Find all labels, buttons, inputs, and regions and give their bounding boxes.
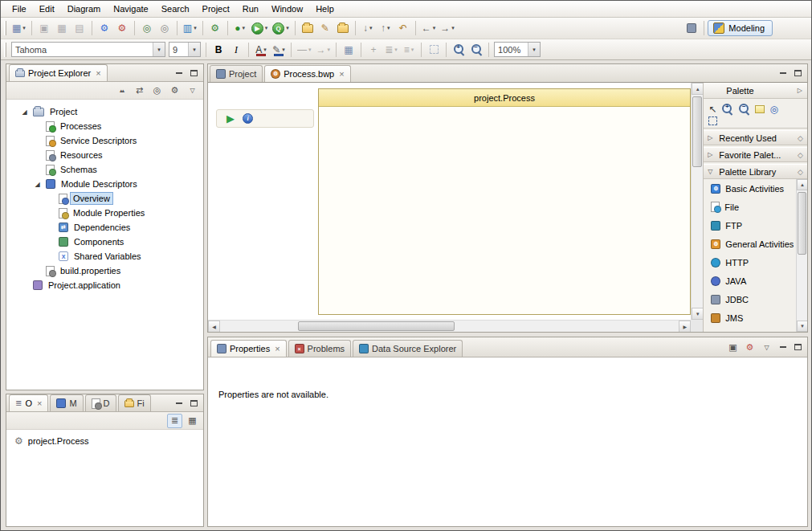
tab-fi[interactable]: Fi <box>118 394 151 411</box>
collapse-palette-icon[interactable]: ▷ <box>798 87 802 94</box>
outline-overview-icon[interactable]: ▦ <box>185 414 200 428</box>
vertical-scrollbar-thumb[interactable] <box>692 96 702 167</box>
maximize-button[interactable] <box>187 67 201 80</box>
palette-section-recently-used[interactable]: ▷ Recently Used ◇ <box>704 130 807 145</box>
scroll-up-icon[interactable]: ▲ <box>692 83 704 95</box>
tree-item-processes[interactable]: Processes <box>6 119 203 133</box>
minimize-button[interactable] <box>776 67 790 80</box>
dropdown-icon[interactable]: ▾ <box>263 47 267 53</box>
palette-item-jms[interactable]: JMS <box>704 308 807 327</box>
scroll-left-icon[interactable]: ◀ <box>208 321 220 332</box>
palette-item-ftp[interactable]: FTP <box>704 216 807 235</box>
tab-outline[interactable]: ≣ O × <box>9 394 48 411</box>
palette-zoom-in-icon[interactable]: + <box>721 103 733 115</box>
palette-item-jdbc[interactable]: JDBC <box>704 290 807 308</box>
menu-edit[interactable]: Edit <box>33 1 61 17</box>
scroll-right-icon[interactable]: ▶ <box>679 321 691 332</box>
tree-item-dependencies[interactable]: ⇄ Dependencies <box>6 220 203 235</box>
view-menu-icon[interactable]: ▽ <box>759 340 774 354</box>
minimize-button[interactable] <box>172 397 186 410</box>
zoom-in-button[interactable]: + <box>450 41 467 59</box>
tree-item-overview[interactable]: Overview <box>6 191 203 206</box>
dropdown-icon[interactable]: ▾ <box>387 25 390 31</box>
outline-tree-icon[interactable]: ≣ <box>167 414 182 428</box>
collapse-all-icon[interactable]: ▴▴ <box>114 84 129 98</box>
combo-dropdown-icon[interactable]: ▾ <box>528 43 540 56</box>
zoom-out-button[interactable]: − <box>467 41 485 59</box>
tree-item-resources[interactable]: Resources <box>6 148 203 162</box>
zoom-combo[interactable]: 100% ▾ <box>494 42 541 57</box>
view-menu-icon[interactable]: ▽ <box>185 84 200 98</box>
dropdown-icon[interactable]: ▾ <box>328 47 331 53</box>
event-palette-box[interactable]: ▶ i <box>216 109 314 128</box>
open-perspective-button[interactable] <box>683 19 700 37</box>
debug-config-button[interactable]: ◎ <box>138 19 156 37</box>
info-icon[interactable]: i <box>243 113 253 124</box>
palette-item-basic-activities[interactable]: ⚙ Basic Activities <box>704 179 807 198</box>
print-button[interactable]: ▤ <box>71 19 88 37</box>
menu-navigate[interactable]: Navigate <box>107 1 154 17</box>
dropdown-icon[interactable]: ▾ <box>369 25 373 31</box>
new-application-button[interactable]: ⚙ <box>113 19 131 37</box>
grid-button[interactable]: ▦ <box>340 41 357 59</box>
tree-item-shared-variables[interactable]: X Shared Variables <box>6 249 203 263</box>
debug-button[interactable]: ● ▾ <box>231 19 249 37</box>
pin-view-icon[interactable]: ▣ <box>725 340 741 354</box>
new-module-button[interactable]: ⚙ <box>96 19 113 37</box>
import-button[interactable] <box>334 19 352 37</box>
process-canvas[interactable]: project.Process ▶ i ▲ ▼ ◀ ▶ <box>208 83 704 332</box>
tree-item-build-properties[interactable]: build.properties <box>6 263 203 278</box>
palette-header[interactable]: Palette ▷ <box>704 83 807 99</box>
italic-button[interactable]: I <box>227 41 245 59</box>
marquee-tool-icon[interactable] <box>708 116 717 125</box>
save-button[interactable]: ▣ <box>35 19 53 37</box>
pin-icon[interactable]: ◇ <box>798 151 803 159</box>
expander-icon[interactable]: ◢ <box>19 108 30 116</box>
align-button[interactable]: ≣ ▾ <box>382 41 400 59</box>
scroll-up-icon[interactable]: ▲ <box>797 179 807 190</box>
select-tool-icon[interactable]: ↖ <box>708 104 716 114</box>
dropdown-icon[interactable]: ▾ <box>282 47 285 53</box>
canvas-vertical-scrollbar[interactable]: ▲ ▼ <box>691 83 703 320</box>
forward-button[interactable]: → ▾ <box>438 19 457 37</box>
next-annotation-button[interactable]: ↓ ▾ <box>359 19 377 37</box>
scroll-down-icon[interactable]: ▼ <box>692 308 704 320</box>
menu-file[interactable]: File <box>6 1 33 17</box>
tree-item-components[interactable]: Components <box>6 235 203 249</box>
close-icon[interactable]: × <box>37 398 42 408</box>
menu-run[interactable]: Run <box>236 1 265 17</box>
tab-project-editor[interactable]: Project <box>210 65 263 82</box>
menu-diagram[interactable]: Diagram <box>61 1 108 17</box>
distribute-button[interactable]: ≡ ▾ <box>400 41 418 59</box>
tab-properties[interactable]: Properties × <box>210 340 287 357</box>
connection-style-button[interactable]: → ▾ <box>314 41 333 59</box>
palette-section-library[interactable]: ▽ Palette Library ◇ <box>704 164 807 179</box>
dropdown-icon[interactable]: ▾ <box>22 25 26 31</box>
close-icon[interactable]: × <box>275 344 280 353</box>
section-arrow-icon[interactable]: ▷ <box>708 134 716 141</box>
save-all-button[interactable]: ▦ <box>53 19 71 37</box>
palette-item-general-activities[interactable]: ⚙ General Activities <box>704 235 807 253</box>
open-folder-button[interactable] <box>299 19 316 37</box>
tree-item-project[interactable]: ◢ Project <box>6 104 203 119</box>
minimize-button[interactable] <box>776 341 790 353</box>
snap-button[interactable]: + <box>365 41 382 59</box>
maximize-button[interactable] <box>791 67 805 80</box>
canvas-horizontal-scrollbar[interactable]: ◀ ▶ <box>208 320 691 332</box>
dropdown-icon[interactable]: ▾ <box>411 47 414 53</box>
process-header[interactable]: project.Process <box>319 89 690 107</box>
close-icon[interactable]: × <box>96 68 100 78</box>
new-resource-button[interactable]: ▥ ▾ <box>181 19 199 37</box>
tree-item-service-descriptors[interactable]: Service Descriptors <box>6 133 203 148</box>
menu-help[interactable]: Help <box>309 1 341 17</box>
tab-m[interactable]: M <box>50 394 83 411</box>
menu-window[interactable]: Window <box>265 1 309 17</box>
dropdown-icon[interactable]: ▾ <box>451 25 455 31</box>
expander-icon[interactable]: ◢ <box>32 181 43 188</box>
previous-annotation-button[interactable]: ↑ ▾ <box>377 19 394 37</box>
link-tool-icon[interactable]: ◎ <box>769 104 777 114</box>
menu-search[interactable]: Search <box>155 1 196 17</box>
palette-item-http[interactable]: HTTP <box>704 253 807 272</box>
link-with-editor-icon[interactable]: ⇄ <box>132 84 147 98</box>
marquee-button[interactable] <box>425 41 443 59</box>
